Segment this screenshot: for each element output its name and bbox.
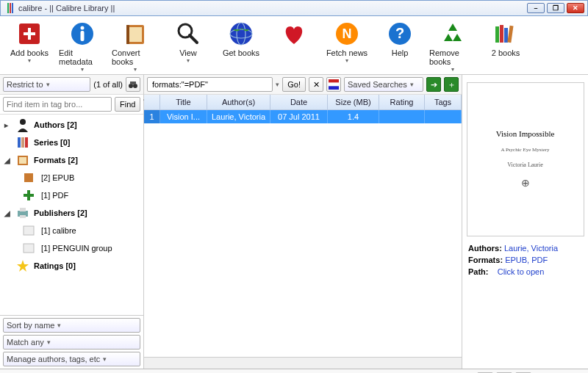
window-title: calibre - || Calibre Library || <box>18 4 525 12</box>
tree-format-pdf[interactable]: [1] PDF <box>0 186 143 204</box>
books-stack-icon <box>15 135 31 150</box>
remove-books-button[interactable]: Remove books▾ <box>429 19 476 73</box>
search-input[interactable] <box>147 77 273 92</box>
tool-label: Fetch news <box>326 48 368 57</box>
svg-line-13 <box>190 35 197 43</box>
tree-series[interactable]: Series [0] <box>0 134 143 151</box>
tree-authors[interactable]: ▸ Authors [2] <box>0 116 143 134</box>
tool-label: View <box>179 48 197 57</box>
tree-formats[interactable]: ◢ Formats [2] <box>0 151 143 169</box>
help-icon: ? <box>384 19 416 48</box>
magnifier-icon <box>172 19 204 48</box>
tool-label: Help <box>392 48 409 57</box>
sort-dropdown[interactable]: Sort by name <box>3 318 140 333</box>
svg-rect-44 <box>329 83 339 87</box>
formats-link[interactable]: EPUB, PDF <box>505 256 548 264</box>
doc-icon <box>21 223 37 238</box>
tag-browser[interactable]: ▸ Authors [2] Series [0] ◢ Formats [2] [… <box>0 115 143 315</box>
saved-searches-dropdown[interactable]: Saved Searches <box>344 77 423 92</box>
cover-title: Vision Impossible <box>496 129 555 138</box>
svg-rect-34 <box>24 173 33 182</box>
tree-publisher-calibre[interactable]: [1] calibre <box>0 222 143 239</box>
minimize-button[interactable]: – <box>527 3 545 13</box>
get-books-button[interactable]: Get books <box>218 19 265 73</box>
fetch-news-button[interactable]: N Fetch news▾ <box>323 19 370 73</box>
recycle-icon <box>437 19 469 48</box>
heart-icon <box>278 19 310 48</box>
help-button[interactable]: ? Help <box>376 19 423 73</box>
book-open-icon <box>15 153 31 167</box>
center-panel: ▾ Go! ✕ Saved Searches ➔ ＋ Title Author(… <box>144 75 462 369</box>
col-tags[interactable]: Tags <box>425 95 462 109</box>
svg-rect-41 <box>24 244 34 253</box>
svg-rect-27 <box>130 82 136 84</box>
tag-search-input[interactable] <box>3 97 112 112</box>
tree-publisher-penguin[interactable]: [1] PENGUIN group <box>0 239 143 257</box>
manage-dropdown[interactable]: Manage authors, tags, etc <box>3 352 140 366</box>
globe-icon <box>225 19 257 48</box>
svg-point-14 <box>230 23 252 45</box>
author-link[interactable]: Laurie, Victoria <box>504 244 558 253</box>
tree-publishers[interactable]: ◢ Publishers [2] <box>0 204 143 222</box>
svg-rect-33 <box>19 157 26 164</box>
svg-point-7 <box>81 26 85 30</box>
col-rating[interactable]: Rating <box>379 95 425 109</box>
book-details-panel: Vision Impossible A Psychic Eye Mystery … <box>462 75 588 369</box>
details-path: Path: Click to open <box>465 266 585 278</box>
tree-ratings[interactable]: Ratings [0] <box>0 257 143 275</box>
book-list[interactable]: 1 Vision I... Laurie, Victoria 07 Jul 20… <box>144 110 462 357</box>
col-size[interactable]: Size (MB) <box>328 95 379 109</box>
person-icon <box>15 117 31 132</box>
book-count-button[interactable]: 2 books <box>482 19 529 73</box>
col-title[interactable]: Title <box>160 95 207 109</box>
tree-format-epub[interactable]: [2] EPUB <box>0 169 143 186</box>
tool-label: Add books <box>10 48 49 57</box>
col-number <box>144 95 160 109</box>
add-saved-search-button[interactable]: ＋ <box>444 77 459 92</box>
svg-rect-1 <box>10 3 11 13</box>
status-bar: calibre version 0.8.8 created by Kovid G… <box>0 369 588 373</box>
svg-rect-21 <box>495 26 499 43</box>
open-path-link[interactable]: Click to open <box>498 267 545 276</box>
svg-rect-5 <box>24 32 35 35</box>
apply-saved-search-button[interactable]: ➔ <box>426 77 441 92</box>
svg-text:?: ? <box>395 25 404 41</box>
details-authors: Authors: Laurie, Victoria <box>465 242 585 254</box>
svg-rect-10 <box>129 27 142 42</box>
table-row[interactable]: 1 Vision I... Laurie, Victoria 07 Jul 20… <box>144 110 462 123</box>
heart-button[interactable] <box>270 19 318 73</box>
svg-rect-2 <box>12 3 13 13</box>
titlebar: calibre - || Calibre Library || – ❐ ✕ <box>0 0 588 16</box>
clear-search-button[interactable]: ✕ <box>309 77 323 92</box>
app-icon <box>4 2 15 14</box>
cover-author: Victoria Laurie <box>507 162 543 168</box>
horizontal-scrollbar[interactable] <box>144 357 462 369</box>
svg-rect-29 <box>18 137 21 148</box>
col-authors[interactable]: Author(s) <box>207 95 270 109</box>
add-books-button[interactable]: Add books▾ <box>6 19 53 73</box>
close-button[interactable]: ✕ <box>567 3 584 13</box>
view-button[interactable]: View▾ <box>165 19 212 73</box>
edit-metadata-button[interactable]: Edit metadata▾ <box>59 19 106 73</box>
tool-label: Edit metadata <box>59 48 106 66</box>
col-date[interactable]: Date <box>270 95 328 109</box>
convert-books-button[interactable]: Convert books▾ <box>112 19 159 73</box>
cover-image[interactable]: Vision Impossible A Psychic Eye Mystery … <box>467 82 584 236</box>
highlight-button[interactable] <box>326 77 341 92</box>
binoculars-icon[interactable] <box>126 77 140 92</box>
find-button[interactable]: Find <box>115 97 140 112</box>
match-dropdown[interactable]: Match any <box>3 335 140 350</box>
maximize-button[interactable]: ❐ <box>547 3 564 13</box>
restrict-dropdown[interactable]: Restrict to <box>3 77 90 92</box>
go-button[interactable]: Go! <box>282 77 306 92</box>
svg-rect-39 <box>20 215 26 218</box>
svg-rect-43 <box>329 79 339 83</box>
table-header[interactable]: Title Author(s) Date Size (MB) Rating Ta… <box>144 95 462 110</box>
doc-icon <box>21 241 37 256</box>
books-icon <box>490 19 522 48</box>
plus-green-icon <box>21 188 37 203</box>
tool-label: Convert books <box>112 48 159 66</box>
svg-rect-23 <box>504 28 508 43</box>
svg-rect-40 <box>24 226 34 235</box>
svg-marker-42 <box>17 260 29 272</box>
